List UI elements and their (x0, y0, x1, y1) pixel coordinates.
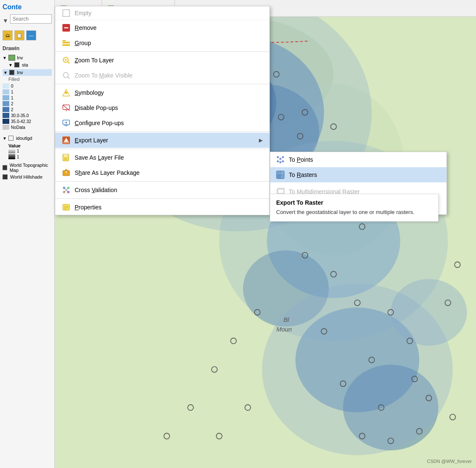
sidebar-icon-row: 🗂 📋 — (3, 30, 52, 40)
zoom-to-visible-icon (62, 71, 70, 80)
separator-4 (55, 149, 269, 149)
menu-item-disable-popups[interactable]: Disable Pop-ups (55, 100, 269, 115)
submenu-item-to-rasters[interactable]: To Rasters (270, 167, 446, 182)
drawing-order-label: Drawin (3, 45, 52, 51)
svg-text:Bl: Bl (283, 316, 289, 323)
world-topo-label: World Topographic Map (10, 163, 52, 173)
disable-popups-icon (62, 104, 70, 112)
layer-world-topo-check[interactable] (3, 165, 7, 170)
collapse-icon-idout: ▼ (3, 136, 7, 141)
svg-rect-105 (280, 175, 284, 179)
save-layer-icon (62, 153, 70, 162)
sidebar-panel: Conte ▼ 🗂 📋 — Drawin ▼ Inv ▼ sta ▼ (0, 0, 55, 468)
svg-point-67 (65, 91, 67, 94)
layer-item-sta[interactable]: ▼ sta (3, 62, 52, 68)
svg-point-14 (262, 284, 453, 455)
layer-world-hillshade[interactable]: World Hillshade (3, 174, 52, 180)
layer-item-inv1[interactable]: ▼ Inv (3, 54, 52, 62)
export-layer-icon (62, 136, 70, 144)
submenu-item-to-points[interactable]: To Points (270, 152, 446, 167)
layer-inv2-check[interactable] (9, 70, 14, 75)
svg-point-100 (280, 161, 282, 163)
layer-sta-check[interactable] (14, 62, 19, 67)
layer-inv1-label: Inv (17, 55, 23, 60)
tooltip-popup: Export To Raster Convert the geostatisti… (270, 194, 438, 222)
menu-item-remove[interactable]: Remove (55, 20, 269, 35)
layer-world-hillshade-check[interactable] (3, 174, 8, 179)
menu-item-properties[interactable]: Properties (55, 200, 269, 215)
svg-point-96 (280, 158, 282, 160)
svg-point-98 (282, 156, 284, 158)
svg-rect-58 (62, 40, 66, 41)
collapse-icon-1: ▼ (3, 56, 7, 60)
svg-rect-91 (63, 204, 70, 210)
value-label: Value (3, 143, 52, 148)
to-points-icon (276, 155, 285, 164)
tooltip-description: Convert the geostatistical layer to one … (276, 209, 432, 216)
cross-validation-icon (62, 186, 70, 194)
context-menu: Empty Remove Group (55, 6, 270, 215)
menu-item-share-layer-package[interactable]: Share As Layer Package (55, 165, 269, 180)
layer-icon-3[interactable]: — (26, 30, 36, 40)
symbology-icon (62, 88, 70, 97)
svg-rect-79 (64, 154, 67, 157)
svg-text:Moun: Moun (276, 326, 292, 333)
svg-marker-83 (65, 169, 68, 171)
menu-item-configure-popups[interactable]: Configure Pop-ups (55, 115, 269, 131)
layer-world-topo[interactable]: World Topographic Map (3, 162, 52, 174)
sidebar-title: Conte (3, 3, 52, 11)
idoutlgd-label: idoutlgd (16, 136, 32, 141)
separator-5 (55, 181, 269, 182)
menu-item-zoom-to-layer[interactable]: Zoom To Layer (55, 53, 269, 68)
menu-item-symbology[interactable]: Symbology (55, 85, 269, 100)
layer-idoutlgd-check[interactable] (8, 136, 13, 141)
value-swatches: 1 1 (3, 148, 52, 159)
svg-line-65 (67, 77, 70, 79)
menu-item-empty[interactable]: Empty (55, 6, 269, 20)
svg-rect-54 (63, 10, 70, 16)
sidebar-search-input[interactable] (10, 14, 52, 24)
svg-point-72 (65, 122, 67, 123)
empty-icon (62, 9, 70, 17)
share-layer-icon (62, 168, 70, 177)
collapse-icon-sta: ▼ (8, 63, 13, 67)
layer-sta-label: sta (22, 62, 28, 67)
tooltip-title: Export To Raster (276, 199, 432, 206)
menu-item-group[interactable]: Group (55, 35, 269, 51)
svg-rect-102 (277, 171, 280, 175)
zoom-to-layer-icon (62, 56, 70, 64)
menu-item-save-layer-file[interactable]: Save As Layer File (55, 150, 269, 165)
svg-rect-103 (280, 171, 284, 175)
collapse-icon-2: ▼ (3, 70, 8, 75)
configure-popups-icon (62, 119, 70, 127)
separator-1 (55, 51, 269, 52)
export-layer-arrow: ▶ (259, 137, 263, 143)
layer-inv2-label: Inv (17, 70, 23, 75)
separator-2 (55, 84, 269, 84)
svg-point-95 (277, 156, 279, 158)
svg-rect-59 (62, 44, 70, 46)
bottom-layers: ▼ idoutlgd Value 1 1 World Topographic M… (3, 135, 52, 180)
properties-icon (62, 203, 70, 211)
svg-point-99 (282, 160, 284, 163)
menu-item-zoom-to-make-visible[interactable]: Zoom To Make Visible (55, 68, 269, 83)
svg-line-61 (67, 62, 70, 64)
svg-rect-57 (62, 42, 70, 43)
menu-item-cross-validation[interactable]: Cross Validation (55, 182, 269, 198)
separator-6 (55, 198, 269, 199)
layer-filled-label: Filled (3, 77, 52, 82)
legend-swatches: 0 1 1 2 2 30.0-35.0 35.0-42.32 NoData (3, 83, 52, 130)
svg-point-97 (277, 160, 279, 163)
layer-item-inv2[interactable]: ▼ Inv (3, 69, 52, 76)
filter-icon[interactable]: ▼ (3, 17, 8, 24)
menu-item-export-layer[interactable]: Export Layer ▶ (55, 133, 269, 148)
remove-icon (62, 24, 70, 32)
svg-rect-104 (277, 175, 280, 179)
layer-tree: ▼ Inv ▼ sta ▼ Inv Filled 0 1 1 2 (3, 54, 52, 130)
watermark: CSDN @WW_forever (427, 459, 472, 464)
svg-rect-77 (63, 142, 69, 143)
layer-idoutlgd[interactable]: ▼ idoutlgd (3, 135, 52, 142)
layer-icon-2[interactable]: 📋 (14, 30, 24, 40)
layer-icon-1[interactable]: 🗂 (3, 30, 13, 40)
group-icon (62, 39, 70, 47)
